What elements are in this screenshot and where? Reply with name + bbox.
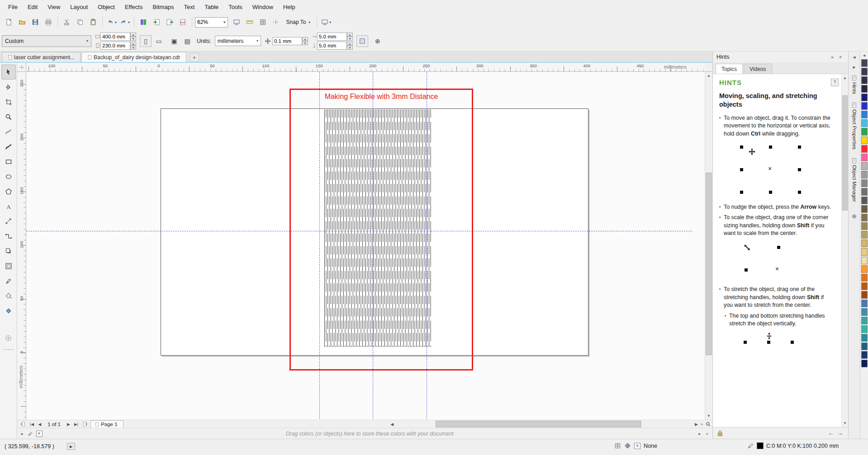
color-swatch[interactable] bbox=[861, 197, 868, 204]
text-tool[interactable]: A bbox=[1, 199, 16, 214]
redo-button[interactable]: ▾ bbox=[119, 16, 131, 28]
lock-icon[interactable] bbox=[716, 430, 723, 436]
scroll-right-icon[interactable]: ▶ bbox=[693, 422, 699, 427]
duplicate-x-input[interactable] bbox=[317, 33, 347, 41]
add-tools-button[interactable] bbox=[1, 331, 16, 346]
menu-text[interactable]: Text bbox=[179, 2, 199, 12]
menu-window[interactable]: Window bbox=[248, 2, 278, 12]
ellipse-tool[interactable] bbox=[1, 169, 16, 184]
color-swatch[interactable] bbox=[861, 59, 868, 67]
vertical-scroll-thumb[interactable] bbox=[706, 173, 712, 355]
full-screen-preview-button[interactable] bbox=[230, 16, 243, 28]
color-swatch[interactable] bbox=[861, 68, 868, 75]
no-color-swatch[interactable]: × bbox=[36, 431, 43, 437]
vertical-scroll-track[interactable] bbox=[705, 80, 712, 412]
fill-color-icon[interactable] bbox=[624, 442, 631, 449]
chevron-down-icon[interactable]: ▾ bbox=[256, 39, 258, 43]
document-info-icon[interactable] bbox=[614, 442, 621, 449]
color-swatch[interactable] bbox=[861, 145, 868, 153]
publish-pdf-button[interactable]: PDF bbox=[176, 16, 189, 28]
page-width-input[interactable] bbox=[100, 33, 130, 41]
color-swatch[interactable] bbox=[861, 214, 868, 221]
menu-layout[interactable]: Layout bbox=[66, 2, 92, 12]
application-launcher-button[interactable]: ▾ bbox=[320, 16, 332, 28]
nudge-stepper[interactable]: ▲▼ bbox=[302, 37, 308, 45]
menu-table[interactable]: Table bbox=[200, 2, 223, 12]
color-swatch[interactable] bbox=[861, 171, 868, 178]
color-swatch[interactable] bbox=[861, 222, 868, 230]
pick-tool[interactable] bbox=[1, 65, 16, 80]
duplicate-y-stepper[interactable]: ▲▼ bbox=[347, 42, 353, 50]
portrait-button[interactable]: ▯ bbox=[140, 35, 152, 47]
annotation-rectangle[interactable] bbox=[289, 89, 473, 371]
color-swatch[interactable] bbox=[861, 102, 868, 110]
color-swatch[interactable] bbox=[861, 351, 868, 359]
next-page-button[interactable]: ▶ bbox=[66, 422, 71, 427]
chevron-down-icon[interactable]: ▾ bbox=[115, 20, 117, 24]
back-arrow-icon[interactable]: ← bbox=[826, 430, 835, 436]
page-height-input[interactable] bbox=[100, 42, 130, 50]
freehand-tool[interactable] bbox=[1, 124, 16, 139]
color-swatch[interactable] bbox=[861, 334, 868, 342]
duplicate-x-stepper[interactable]: ▲▼ bbox=[347, 33, 353, 41]
forward-arrow-icon[interactable]: → bbox=[835, 430, 844, 436]
print-button[interactable] bbox=[42, 16, 55, 28]
color-swatch[interactable] bbox=[861, 94, 868, 101]
drawing-canvas[interactable]: Making Flexible with 3mm Distance bbox=[26, 72, 705, 420]
outline-pen-icon[interactable] bbox=[747, 442, 754, 449]
crop-tool[interactable] bbox=[1, 94, 16, 109]
palette-more-icon[interactable]: » bbox=[705, 432, 710, 436]
cut-button[interactable] bbox=[61, 16, 73, 28]
more-scroll-icon[interactable]: » bbox=[699, 422, 704, 427]
color-swatch[interactable] bbox=[861, 308, 868, 316]
shape-tool[interactable] bbox=[1, 80, 16, 94]
zoom-tool[interactable] bbox=[1, 109, 16, 124]
color-swatch[interactable] bbox=[861, 188, 868, 196]
rectangle-tool[interactable] bbox=[1, 154, 16, 169]
docker-collapse-icon[interactable]: » bbox=[828, 54, 836, 60]
page-height-stepper[interactable]: ▲▼ bbox=[130, 42, 136, 50]
horizontal-scroll-thumb[interactable] bbox=[436, 421, 641, 427]
horizontal-scroll-track[interactable] bbox=[395, 420, 693, 428]
show-rulers-button[interactable] bbox=[243, 16, 256, 28]
color-swatch[interactable] bbox=[861, 274, 868, 281]
chevron-down-icon[interactable]: ▾ bbox=[223, 20, 226, 24]
chevron-down-icon[interactable]: ▾ bbox=[308, 20, 310, 24]
color-swatch[interactable] bbox=[861, 231, 868, 239]
palette-flyout-icon[interactable]: ◀ bbox=[863, 53, 865, 58]
page-size-preset-dropdown[interactable]: Custom ▾ bbox=[2, 35, 91, 47]
color-swatch[interactable] bbox=[861, 128, 868, 136]
menu-object[interactable]: Object bbox=[93, 2, 119, 12]
color-swatch[interactable] bbox=[861, 239, 868, 247]
menu-view[interactable]: View bbox=[43, 2, 65, 12]
undo-button[interactable]: ▾ bbox=[105, 16, 118, 28]
help-icon[interactable]: ? bbox=[831, 79, 839, 86]
color-swatch[interactable] bbox=[861, 154, 868, 161]
color-swatch[interactable] bbox=[861, 85, 868, 93]
vertical-ruler[interactable]: millimeters 250200150100500 bbox=[17, 72, 26, 420]
last-page-button[interactable]: ▶| bbox=[73, 422, 80, 427]
color-swatch[interactable] bbox=[861, 136, 868, 144]
annotation-text[interactable]: Making Flexible with 3mm Distance bbox=[289, 93, 473, 101]
show-guidelines-button[interactable] bbox=[270, 16, 282, 28]
close-icon[interactable]: × bbox=[836, 54, 844, 60]
docker-tab-hints[interactable]: Hints bbox=[851, 73, 857, 96]
duplicate-y-input[interactable] bbox=[317, 42, 347, 50]
all-pages-button[interactable]: ▣ bbox=[168, 35, 180, 47]
palette-scroll-icon[interactable]: ▸ bbox=[697, 432, 702, 436]
snap-to-dropdown[interactable]: Snap To ▾ bbox=[283, 16, 314, 28]
new-document-button[interactable] bbox=[3, 16, 15, 28]
polygon-tool[interactable] bbox=[1, 184, 16, 199]
menu-file[interactable]: File bbox=[4, 2, 22, 12]
chevron-down-icon[interactable]: ▾ bbox=[86, 39, 88, 43]
outline-color-swatch[interactable] bbox=[757, 442, 764, 449]
color-swatch[interactable] bbox=[861, 282, 868, 290]
scroll-down-icon[interactable]: ▼ bbox=[842, 419, 848, 427]
contour-tool[interactable] bbox=[1, 258, 16, 273]
tab-topics[interactable]: Topics bbox=[716, 64, 743, 74]
hints-scroll-track[interactable] bbox=[842, 82, 848, 419]
add-page-end-button[interactable] bbox=[81, 421, 89, 427]
menu-tools[interactable]: Tools bbox=[224, 2, 247, 12]
hints-scrollbar[interactable]: ▲ ▼ bbox=[841, 74, 848, 427]
ruler-origin-button[interactable] bbox=[17, 63, 26, 72]
